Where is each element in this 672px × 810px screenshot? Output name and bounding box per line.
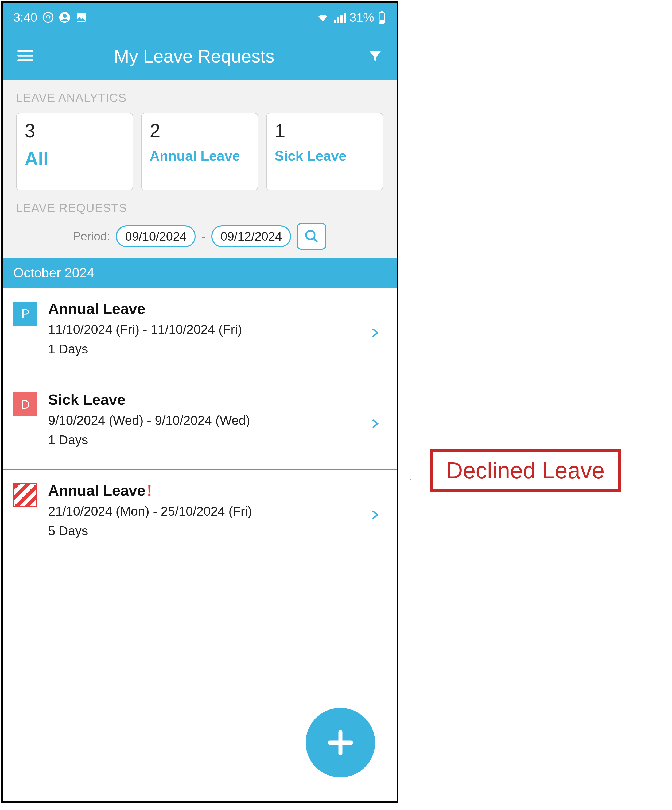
- battery-icon: [378, 11, 386, 24]
- app-bar: My Leave Requests: [3, 32, 396, 80]
- svg-marker-19: [409, 479, 411, 481]
- request-dates: 11/10/2024 (Fri) - 11/10/2024 (Fri): [48, 322, 386, 337]
- request-dates: 21/10/2024 (Mon) - 25/10/2024 (Fri): [48, 504, 386, 519]
- analytics-card-all[interactable]: 3 All: [16, 113, 133, 190]
- status-time: 3:40: [13, 10, 37, 25]
- filter-button[interactable]: [362, 48, 383, 64]
- requests-label: LEAVE REQUESTS: [16, 201, 383, 215]
- requests-section: LEAVE REQUESTS Period: 09/10/2024 - 09/1…: [3, 198, 396, 258]
- month-header: October 2024: [3, 258, 396, 288]
- status-bar: 3:40: [3, 3, 396, 32]
- svg-line-15: [313, 238, 317, 242]
- status-badge-warning: [13, 483, 37, 507]
- svg-rect-6: [340, 15, 342, 23]
- period-label: Period:: [73, 230, 110, 243]
- period-from-input[interactable]: 09/10/2024: [116, 225, 195, 247]
- analytics-count: 3: [25, 120, 125, 142]
- menu-button[interactable]: [16, 46, 37, 66]
- analytics-count: 2: [150, 120, 249, 142]
- svg-rect-5: [337, 17, 339, 23]
- chevron-right-icon: [369, 416, 381, 433]
- analytics-card-label: Sick Leave: [275, 148, 375, 164]
- svg-rect-7: [344, 13, 346, 23]
- chevron-right-icon: [369, 507, 381, 524]
- request-item[interactable]: Annual Leave ! 21/10/2024 (Mon) - 25/10/…: [3, 470, 396, 561]
- analytics-card-annual[interactable]: 2 Annual Leave: [141, 113, 258, 190]
- add-request-fab[interactable]: [306, 708, 375, 777]
- account-icon: [59, 12, 71, 23]
- request-days: 1 Days: [48, 342, 386, 356]
- battery-percent: 31%: [349, 10, 374, 25]
- status-badge-pending: P: [13, 302, 37, 326]
- svg-point-0: [43, 13, 53, 22]
- request-item[interactable]: D Sick Leave 9/10/2024 (Wed) - 9/10/2024…: [3, 379, 396, 470]
- analytics-section: LEAVE ANALYTICS 3 All 2 Annual Leave 1 S…: [3, 80, 396, 198]
- period-row: Period: 09/10/2024 - 09/12/2024: [16, 223, 383, 250]
- analytics-card-sick[interactable]: 1 Sick Leave: [266, 113, 383, 190]
- analytics-card-label: Annual Leave: [150, 148, 249, 164]
- request-title: Annual Leave: [48, 482, 145, 499]
- request-title: Sick Leave: [48, 391, 126, 408]
- request-item[interactable]: P Annual Leave 11/10/2024 (Fri) - 11/10/…: [3, 288, 396, 379]
- phone-frame: 3:40: [1, 1, 398, 803]
- chevron-right-icon: [369, 325, 381, 342]
- analytics-label: LEAVE ANALYTICS: [16, 91, 383, 105]
- warning-icon: !: [147, 482, 152, 499]
- request-days: 5 Days: [48, 523, 386, 538]
- sync-icon: [42, 12, 54, 23]
- wifi-icon: [317, 11, 329, 24]
- search-button[interactable]: [297, 223, 326, 250]
- svg-point-2: [62, 14, 67, 18]
- requests-list: P Annual Leave 11/10/2024 (Fri) - 11/10/…: [3, 288, 396, 561]
- page-title: My Leave Requests: [37, 46, 362, 67]
- image-icon: [75, 12, 87, 23]
- annotation-label: Declined Leave: [430, 449, 621, 492]
- svg-rect-9: [381, 12, 383, 13]
- period-separator: -: [202, 230, 205, 243]
- request-title: Annual Leave: [48, 300, 145, 317]
- status-badge-declined: D: [13, 392, 37, 417]
- svg-rect-4: [334, 20, 336, 23]
- request-days: 1 Days: [48, 432, 386, 447]
- analytics-count: 1: [275, 120, 375, 142]
- svg-point-14: [306, 231, 315, 240]
- request-dates: 9/10/2024 (Wed) - 9/10/2024 (Wed): [48, 413, 386, 428]
- svg-rect-10: [380, 20, 384, 23]
- signal-icon: [333, 11, 346, 24]
- period-to-input[interactable]: 09/12/2024: [211, 225, 291, 247]
- analytics-card-label: All: [25, 148, 125, 170]
